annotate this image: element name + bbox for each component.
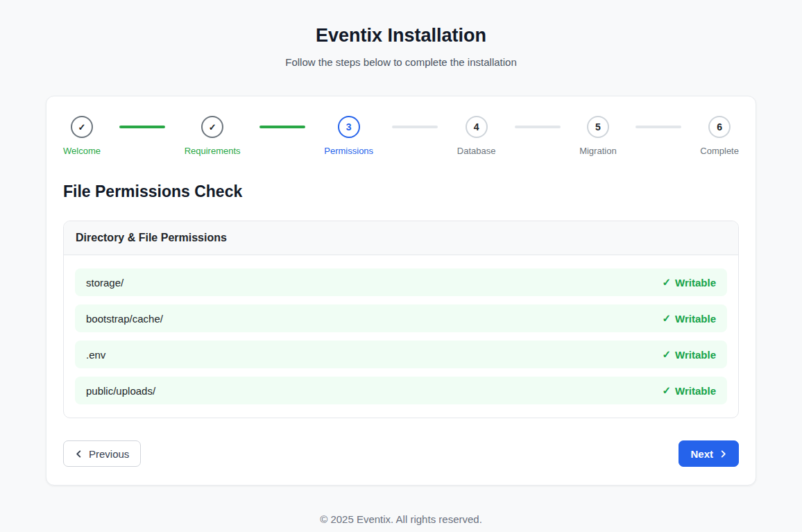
permission-row: bootstrap/cache/ ✓ Writable	[75, 304, 727, 332]
status-label: Writable	[675, 385, 716, 397]
step-welcome: ✓ Welcome	[63, 116, 101, 156]
panel-title: Directory & File Permissions	[64, 221, 738, 255]
section-heading: File Permissions Check	[63, 182, 739, 201]
permission-path: .env	[86, 349, 105, 361]
check-icon: ✓	[663, 312, 672, 325]
wizard-actions: Previous Next	[63, 440, 739, 467]
step-welcome-circle: ✓	[71, 116, 93, 138]
step-requirements-circle: ✓	[201, 116, 223, 138]
installer-card: ✓ Welcome ✓ Requirements 3 Permissions 4…	[46, 96, 756, 486]
step-welcome-label: Welcome	[63, 146, 101, 156]
permission-status: ✓ Writable	[663, 384, 716, 397]
step-database-label: Database	[457, 146, 496, 156]
step-connector	[373, 126, 457, 128]
step-migration: 5 Migration	[579, 116, 616, 156]
step-complete-label: Complete	[700, 146, 739, 156]
connector-line	[392, 126, 438, 128]
page-header: Eventix Installation Follow the steps be…	[0, 0, 802, 68]
previous-button[interactable]: Previous	[63, 440, 141, 467]
check-icon: ✓	[663, 348, 672, 361]
permissions-panel: Directory & File Permissions storage/ ✓ …	[63, 221, 739, 418]
page-title: Eventix Installation	[0, 25, 802, 46]
permission-path: bootstrap/cache/	[86, 313, 163, 325]
next-button[interactable]: Next	[679, 440, 739, 467]
step-permissions-circle: 3	[338, 116, 360, 138]
step-connector	[495, 126, 579, 128]
page-subtitle: Follow the steps below to complete the i…	[0, 56, 802, 68]
chevron-right-icon	[719, 450, 727, 458]
check-icon: ✓	[78, 122, 86, 132]
step-database: 4 Database	[457, 116, 496, 156]
step-requirements: ✓ Requirements	[185, 116, 241, 156]
connector-line	[259, 126, 305, 128]
chevron-left-icon	[75, 450, 83, 458]
step-connector	[101, 126, 185, 128]
permission-row: public/uploads/ ✓ Writable	[75, 377, 727, 404]
previous-button-label: Previous	[89, 448, 129, 460]
next-button-label: Next	[690, 448, 713, 460]
permission-status: ✓ Writable	[663, 276, 716, 289]
step-number: 3	[346, 121, 352, 132]
status-label: Writable	[675, 313, 716, 325]
permission-row: .env ✓ Writable	[75, 341, 727, 368]
connector-line	[515, 126, 561, 128]
status-label: Writable	[675, 349, 716, 361]
panel-body: storage/ ✓ Writable bootstrap/cache/ ✓ W…	[64, 255, 738, 418]
step-migration-label: Migration	[579, 146, 616, 156]
stepper: ✓ Welcome ✓ Requirements 3 Permissions 4…	[63, 116, 739, 156]
step-complete: 6 Complete	[700, 116, 739, 156]
step-permissions: 3 Permissions	[324, 116, 373, 156]
step-complete-circle: 6	[708, 116, 731, 138]
check-icon: ✓	[663, 384, 672, 397]
permission-status: ✓ Writable	[663, 312, 716, 325]
connector-line	[635, 126, 681, 128]
permission-row: storage/ ✓ Writable	[75, 268, 727, 296]
step-requirements-label: Requirements	[185, 146, 241, 156]
step-migration-circle: 5	[587, 116, 609, 138]
check-icon: ✓	[209, 122, 216, 132]
footer-copyright: © 2025 Eventix. All rights reserved.	[0, 513, 802, 525]
permission-status: ✓ Writable	[663, 348, 716, 361]
step-number: 6	[717, 121, 722, 132]
permission-path: storage/	[86, 277, 123, 289]
step-connector	[241, 126, 325, 128]
status-label: Writable	[675, 277, 716, 289]
connector-line	[119, 126, 165, 128]
step-number: 4	[474, 121, 479, 132]
step-connector	[617, 126, 701, 128]
step-database-circle: 4	[466, 116, 488, 138]
check-icon: ✓	[663, 276, 672, 289]
step-permissions-label: Permissions	[324, 146, 373, 156]
step-number: 5	[595, 121, 601, 132]
permission-path: public/uploads/	[86, 385, 155, 397]
